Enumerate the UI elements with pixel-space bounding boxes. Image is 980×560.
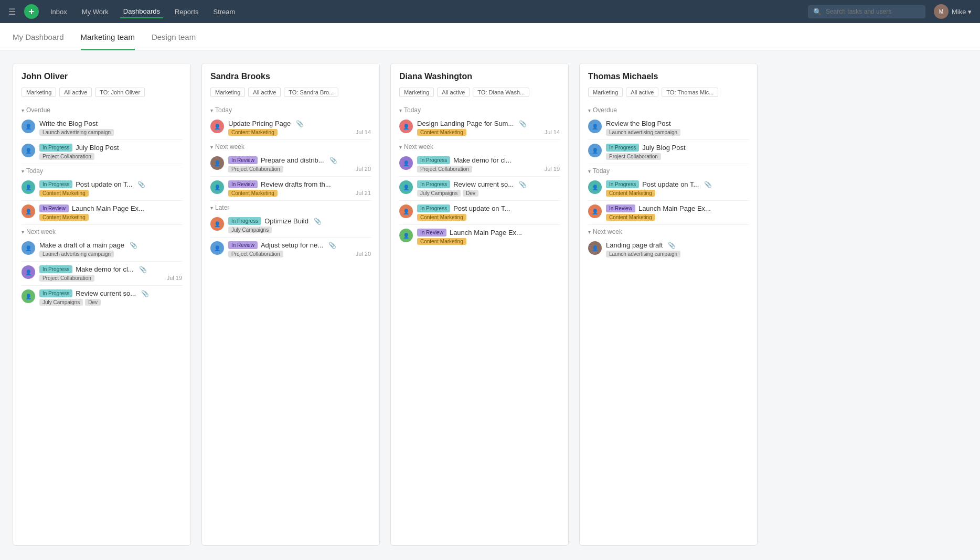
task-tag: Project Collaboration bbox=[228, 166, 283, 173]
filter-pill[interactable]: All active bbox=[59, 88, 92, 97]
nav-reports[interactable]: Reports bbox=[172, 6, 202, 18]
task-item[interactable]: 👤Update Pricing Page📎Content MarketingJu… bbox=[210, 116, 371, 140]
task-item[interactable]: 👤In ReviewLaunch Main Page Ex...Content … bbox=[399, 225, 560, 249]
task-tags: Launch advertising campaign bbox=[39, 251, 114, 257]
person-name: Diana Washington bbox=[399, 72, 560, 81]
nav-dashboards[interactable]: Dashboards bbox=[120, 5, 163, 18]
collapse-arrow: ▾ bbox=[399, 144, 402, 150]
task-item[interactable]: 👤In ProgressMake demo for cl...Project C… bbox=[399, 153, 560, 177]
filter-pill[interactable]: TO: John Oliver bbox=[95, 88, 145, 97]
task-tag: Project Collaboration bbox=[39, 153, 94, 160]
attachment-icon: 📎 bbox=[296, 120, 304, 127]
task-item[interactable]: 👤Review the Blog PostLaunch advertising … bbox=[588, 116, 749, 140]
task-body: Make a draft of a main page📎Launch adver… bbox=[39, 241, 182, 257]
avatar: 👤 bbox=[399, 156, 413, 170]
section-header-later[interactable]: ▾ Later bbox=[210, 201, 371, 213]
task-title: Launch Main Page Ex... bbox=[72, 204, 144, 212]
task-tag: Project Collaboration bbox=[417, 166, 472, 173]
filter-pill[interactable]: Marketing bbox=[22, 88, 56, 97]
task-item[interactable]: 👤In ProgressJuly Blog PostProject Collab… bbox=[22, 140, 182, 164]
task-meta-row: Project CollaborationJul 20 bbox=[228, 164, 371, 173]
person-name: John Oliver bbox=[22, 72, 182, 81]
task-meta-row: Project CollaborationJul 20 bbox=[228, 249, 371, 257]
task-body: In ProgressMake demo for cl...📎Project C… bbox=[39, 265, 182, 282]
filter-pill[interactable]: TO: Diana Wash... bbox=[473, 88, 529, 97]
section-header-today[interactable]: ▾ Today bbox=[210, 103, 371, 116]
task-item[interactable]: 👤In ReviewPrepare and distrib...📎Project… bbox=[210, 153, 371, 177]
task-title-row: In ReviewLaunch Main Page Ex... bbox=[606, 204, 749, 212]
section-header-next-week[interactable]: ▾ Next week bbox=[210, 140, 371, 153]
section-header-today[interactable]: ▾ Today bbox=[22, 164, 182, 177]
task-item[interactable]: 👤In ProgressReview current so...📎July Ca… bbox=[22, 286, 182, 309]
filter-pill[interactable]: All active bbox=[248, 88, 281, 97]
task-tags: Launch advertising campaign bbox=[606, 129, 680, 136]
task-meta-row: July Campaigns bbox=[228, 225, 371, 233]
avatar: 👤 bbox=[22, 180, 35, 194]
task-item[interactable]: 👤In ReviewAdjust setup for ne...📎Project… bbox=[210, 238, 371, 261]
task-tags: Content Marketing bbox=[417, 214, 466, 221]
task-tags: Content Marketing bbox=[417, 238, 466, 245]
tab-marketing-team[interactable]: Marketing team bbox=[81, 23, 135, 50]
nav-my-work[interactable]: My Work bbox=[79, 6, 112, 18]
task-tag: Content Marketing bbox=[417, 238, 466, 245]
filter-pill[interactable]: All active bbox=[437, 88, 470, 97]
task-item[interactable]: 👤Make a draft of a main page📎Launch adve… bbox=[22, 238, 182, 262]
status-badge: In Progress bbox=[417, 180, 450, 188]
section-header-next-week[interactable]: ▾ Next week bbox=[399, 140, 560, 153]
attachment-icon: 📎 bbox=[141, 290, 149, 297]
avatar: 👤 bbox=[588, 241, 602, 255]
nav-inbox[interactable]: Inbox bbox=[47, 6, 70, 18]
task-title: Design Landing Page for Sum... bbox=[417, 120, 514, 127]
tab-my-dashboard[interactable]: My Dashboard bbox=[13, 23, 64, 50]
task-item[interactable]: 👤Landing page draft📎Launch advertising c… bbox=[588, 238, 749, 261]
task-title-row: In ProgressPost update on T...📎 bbox=[39, 180, 182, 188]
task-item[interactable]: 👤Write the Blog PostLaunch advertising c… bbox=[22, 116, 182, 140]
search-input[interactable] bbox=[826, 8, 920, 15]
section-header-overdue[interactable]: ▾ Overdue bbox=[588, 103, 749, 116]
section-header-next-week[interactable]: ▾ Next week bbox=[588, 225, 749, 238]
task-item[interactable]: 👤In ProgressOptimize Build📎July Campaign… bbox=[210, 213, 371, 238]
task-item[interactable]: 👤In ProgressJuly Blog PostProject Collab… bbox=[588, 140, 749, 164]
attachment-icon: 📎 bbox=[328, 242, 336, 249]
search-box[interactable]: 🔍 bbox=[808, 5, 925, 18]
filter-pill[interactable]: All active bbox=[626, 88, 658, 97]
hamburger-menu[interactable]: ☰ bbox=[8, 7, 16, 17]
app-logo[interactable]: + bbox=[24, 4, 39, 19]
task-title-row: Write the Blog Post bbox=[39, 120, 182, 127]
task-item[interactable]: 👤In ProgressReview current so...📎July Ca… bbox=[399, 177, 560, 201]
section-header-next-week[interactable]: ▾ Next week bbox=[22, 225, 182, 238]
filter-pill[interactable]: Marketing bbox=[588, 88, 623, 97]
avatar: 👤 bbox=[588, 144, 602, 157]
task-item[interactable]: 👤In ProgressPost update on T...Content M… bbox=[399, 201, 560, 225]
task-date: Jul 19 bbox=[545, 165, 560, 172]
tab-design-team[interactable]: Design team bbox=[152, 23, 196, 50]
filter-pill[interactable]: TO: Sandra Bro... bbox=[284, 88, 338, 97]
filter-pill[interactable]: Marketing bbox=[399, 88, 434, 97]
task-body: In ReviewLaunch Main Page Ex...Content M… bbox=[39, 204, 182, 221]
task-item[interactable]: 👤In ReviewLaunch Main Page Ex...Content … bbox=[22, 201, 182, 225]
section-header-overdue[interactable]: ▾ Overdue bbox=[22, 103, 182, 116]
section-header-today[interactable]: ▾ Today bbox=[399, 103, 560, 116]
avatar: 👤 bbox=[210, 241, 224, 255]
filter-pill[interactable]: TO: Thomas Mic... bbox=[662, 88, 718, 97]
collapse-arrow: ▾ bbox=[588, 229, 591, 235]
task-title: Review current so... bbox=[76, 289, 136, 297]
nav-stream[interactable]: Stream bbox=[210, 6, 239, 18]
task-meta-row: Content MarketingJul 14 bbox=[417, 127, 560, 136]
task-meta-row: Launch advertising campaign bbox=[39, 249, 182, 257]
avatar: 👤 bbox=[22, 241, 35, 255]
task-item[interactable]: 👤In ProgressMake demo for cl...📎Project … bbox=[22, 262, 182, 286]
avatar: 👤 bbox=[22, 204, 35, 218]
task-item[interactable]: 👤In ReviewReview drafts from th...Conten… bbox=[210, 177, 371, 201]
filter-pill[interactable]: Marketing bbox=[210, 88, 245, 97]
task-item[interactable]: 👤In ReviewLaunch Main Page Ex...Content … bbox=[588, 201, 749, 225]
task-item[interactable]: 👤In ProgressPost update on T...📎Content … bbox=[22, 177, 182, 201]
task-title-row: In ReviewAdjust setup for ne...📎 bbox=[228, 241, 371, 249]
status-badge: In Review bbox=[228, 180, 258, 188]
task-item[interactable]: 👤In ProgressPost update on T...📎Content … bbox=[588, 177, 749, 201]
section-header-today[interactable]: ▾ Today bbox=[588, 164, 749, 177]
user-menu[interactable]: M Mike ▾ bbox=[934, 4, 972, 19]
user-name[interactable]: Mike ▾ bbox=[952, 8, 972, 16]
task-tags: Project Collaboration bbox=[228, 166, 283, 173]
task-item[interactable]: 👤Design Landing Page for Sum...📎Content … bbox=[399, 116, 560, 140]
